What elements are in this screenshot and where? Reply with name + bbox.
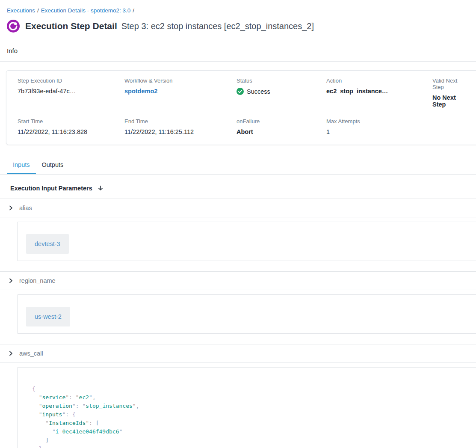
field-value: Abort (237, 128, 326, 135)
page-heading: Execution Step Detail Step 3: ec2 stop i… (25, 21, 314, 31)
chevron-right-icon (8, 278, 14, 284)
tabs: Inputs Outputs (0, 154, 476, 175)
breadcrumb-separator: / (37, 7, 39, 14)
breadcrumb-link-executions[interactable]: Executions (7, 7, 35, 14)
field-action: Action ec2_stop_instance… (326, 77, 432, 108)
section-box: devtest-3 (17, 222, 476, 261)
workflow-version-link[interactable]: spotdemo2 (124, 88, 237, 95)
breadcrumb-separator: / (133, 7, 134, 14)
params-heading: Execution Input Parameters (10, 185, 92, 192)
field-label: Valid Next Step (432, 77, 470, 90)
divider (0, 61, 476, 62)
field-end-time: End Time 11/22/2022, 11:16:25.112 (124, 118, 237, 135)
chevron-right-icon (8, 205, 14, 211)
field-value: 1 (326, 128, 432, 135)
field-value: No Next Step (432, 94, 470, 108)
info-grid: Step Execution ID 7b73f93e-edaf-47c… Wor… (18, 77, 470, 135)
params-heading-row: Execution Input Parameters (0, 175, 476, 199)
section-region-name-header[interactable]: region_name (0, 272, 476, 290)
field-label: Start Time (18, 118, 124, 125)
info-heading: Info (0, 40, 476, 61)
field-value: 11/22/2022, 11:16:23.828 (18, 128, 124, 135)
app-logo-icon (7, 20, 20, 33)
tab-inputs[interactable]: Inputs (7, 157, 36, 174)
field-start-time: Start Time 11/22/2022, 11:16:23.828 (18, 118, 124, 135)
section-aws-call-content: { "service": "ec2", "operation": "stop_i… (0, 363, 476, 448)
section-label: aws_call (19, 350, 43, 357)
field-label: Workflow & Version (124, 77, 237, 84)
field-label: onFailure (237, 118, 326, 125)
success-check-icon (237, 88, 244, 95)
section-box: us-west-2 (17, 294, 476, 334)
section-box: { "service": "ec2", "operation": "stop_i… (17, 367, 476, 448)
section-alias: alias devtest-3 (0, 199, 476, 272)
section-region-name-content: us-west-2 (0, 290, 476, 344)
field-label: Step Execution ID (18, 77, 124, 84)
field-onfailure: onFailure Abort (237, 118, 326, 135)
breadcrumb-link-execution-details[interactable]: Execution Details - spotdemo2: 3.0 (41, 7, 130, 14)
page-header: Execution Step Detail Step 3: ec2 stop i… (0, 15, 476, 40)
field-status: Status Success (237, 77, 326, 108)
field-workflow-version: Workflow & Version spotdemo2 (124, 77, 237, 108)
section-label: alias (19, 205, 32, 211)
breadcrumb: Executions/Execution Details - spotdemo2… (0, 0, 476, 15)
page-title: Execution Step Detail (25, 21, 117, 31)
field-label: Max Attempts (326, 118, 432, 125)
section-aws-call: aws_call { "service": "ec2", "operation"… (0, 344, 476, 448)
field-value: ec2_stop_instance… (326, 88, 432, 95)
field-value: 7b73f93e-edaf-47c… (18, 88, 124, 95)
value-chip: us-west-2 (26, 307, 70, 326)
section-aws-call-header[interactable]: aws_call (0, 344, 476, 363)
status-text: Success (247, 88, 270, 95)
field-label: Status (237, 77, 326, 84)
section-label: region_name (19, 277, 56, 284)
value-chip: devtest-3 (26, 234, 69, 254)
arrow-down-icon[interactable] (97, 185, 104, 192)
field-step-execution-id: Step Execution ID 7b73f93e-edaf-47c… (18, 77, 124, 108)
section-alias-content: devtest-3 (0, 217, 476, 272)
section-region-name: region_name us-west-2 (0, 272, 476, 344)
field-value: 11/22/2022, 11:16:25.112 (124, 128, 237, 135)
field-value: Success (237, 88, 326, 95)
section-alias-header[interactable]: alias (0, 199, 476, 217)
chevron-right-icon (8, 350, 14, 356)
info-card: Step Execution ID 7b73f93e-edaf-47c… Wor… (6, 70, 476, 145)
field-max-attempts: Max Attempts 1 (326, 118, 432, 135)
page-subtitle: Step 3: ec2 stop instances [ec2_stop_ins… (121, 21, 314, 31)
field-label: Action (326, 77, 432, 84)
field-label: End Time (124, 118, 237, 125)
tab-outputs[interactable]: Outputs (36, 157, 70, 174)
field-valid-next-step: Valid Next Step No Next Step (432, 77, 470, 108)
json-code: { "service": "ec2", "operation": "stop_i… (32, 385, 470, 448)
